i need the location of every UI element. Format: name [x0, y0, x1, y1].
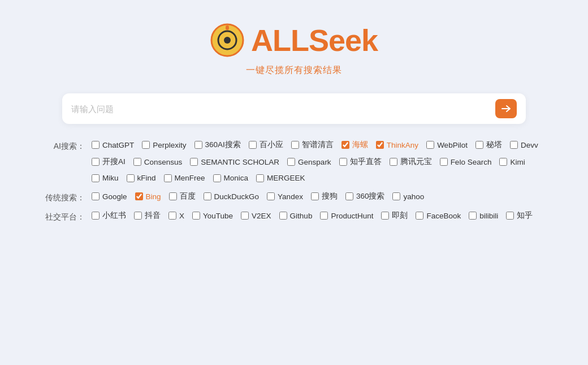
- cb-item-mergeek[interactable]: MERGEEK: [256, 174, 305, 182]
- checkbox-tencentyuanbao[interactable]: [390, 158, 397, 166]
- checkbox-perplexity[interactable]: [142, 141, 150, 149]
- checkbox-kimi[interactable]: [499, 158, 507, 166]
- cb-item-kfind[interactable]: kFind: [127, 174, 156, 182]
- cb-item-devv[interactable]: Devv: [510, 140, 538, 150]
- cb-item-monica[interactable]: Monica: [213, 174, 249, 182]
- search-input[interactable]: [71, 104, 495, 114]
- checkbox-google[interactable]: [92, 192, 100, 200]
- search-button[interactable]: [495, 99, 517, 118]
- checkbox-duckduckgo[interactable]: [204, 192, 211, 200]
- checkbox-felo[interactable]: [440, 158, 448, 166]
- cb-item-thinkany[interactable]: ThinkAny: [376, 140, 418, 150]
- checkbox-360search[interactable]: [345, 192, 353, 200]
- checkbox-webpilot[interactable]: [426, 141, 434, 149]
- cb-item-yandex[interactable]: Yandex: [267, 191, 303, 201]
- checkbox-monica[interactable]: [213, 174, 221, 182]
- cb-item-felo[interactable]: Felo Search: [440, 157, 492, 167]
- cb-item-kaisou[interactable]: 开搜AI: [92, 157, 126, 167]
- checkbox-chatgpt[interactable]: [92, 141, 100, 149]
- cb-item-perplexity[interactable]: Perplexity: [142, 140, 186, 150]
- checkbox-baixiaoying[interactable]: [249, 141, 257, 149]
- checkbox-miku[interactable]: [92, 174, 100, 182]
- cb-item-baidu[interactable]: 百度: [169, 191, 196, 201]
- checkbox-label-zhihudirect: 知乎直答: [350, 157, 382, 167]
- cb-item-bilibili[interactable]: bilibili: [469, 211, 498, 221]
- checkbox-youtube[interactable]: [192, 212, 200, 220]
- checkbox-github[interactable]: [279, 212, 287, 220]
- checkbox-xiaohongshu[interactable]: [92, 212, 100, 220]
- cb-item-semantic[interactable]: SEMANTIC SCHOLAR: [190, 157, 279, 167]
- cb-item-x[interactable]: X: [168, 211, 184, 221]
- checkbox-v2ex[interactable]: [241, 212, 249, 220]
- checkbox-yahoo[interactable]: [392, 192, 400, 200]
- checkbox-label-mergeek: MERGEEK: [267, 174, 305, 182]
- checkbox-label-sougou: 搜狗: [322, 191, 338, 201]
- checkbox-label-perplexity: Perplexity: [153, 141, 186, 149]
- checkbox-bing[interactable]: [135, 192, 143, 200]
- cb-item-github[interactable]: Github: [279, 211, 313, 221]
- cb-item-chatgpt[interactable]: ChatGPT: [92, 140, 134, 150]
- cb-item-menfree[interactable]: MenFree: [164, 174, 205, 182]
- checkbox-label-xiaohongshu: 小红书: [102, 211, 126, 221]
- checkbox-label-github: Github: [290, 212, 313, 220]
- checkbox-sougou[interactable]: [311, 192, 319, 200]
- checkbox-yandex[interactable]: [267, 192, 275, 200]
- cb-item-duckduckgo[interactable]: DuckDuckGo: [204, 191, 260, 201]
- checkbox-kaisou[interactable]: [92, 158, 100, 166]
- cb-item-360search[interactable]: 360搜索: [345, 191, 385, 201]
- cb-item-producthunt[interactable]: ProductHunt: [320, 211, 373, 221]
- checkbox-mergeek[interactable]: [256, 174, 264, 182]
- cb-item-google[interactable]: Google: [92, 191, 127, 201]
- cb-item-baixiaoying[interactable]: 百小应: [249, 140, 283, 150]
- checkbox-jike[interactable]: [381, 212, 389, 220]
- checkbox-label-devv: Devv: [521, 141, 538, 149]
- cb-item-youtube[interactable]: YouTube: [192, 211, 233, 221]
- checkbox-douyin[interactable]: [134, 212, 142, 220]
- cb-item-webpilot[interactable]: WebPilot: [426, 140, 468, 150]
- cb-item-zhihu[interactable]: 知乎: [506, 211, 533, 221]
- cb-item-miku[interactable]: Miku: [92, 174, 119, 182]
- checkbox-thinkany[interactable]: [376, 141, 384, 149]
- options-area: AI搜索：ChatGPTPerplexity360AI搜索百小应智谱清言海螺Th…: [40, 140, 548, 230]
- checkbox-menfree[interactable]: [164, 174, 172, 182]
- checkbox-label-bing: Bing: [146, 192, 161, 201]
- cb-item-kimi[interactable]: Kimi: [499, 157, 525, 167]
- cb-item-consensus[interactable]: Consensus: [133, 157, 183, 167]
- subtitle: 一键尽揽所有搜索结果: [246, 65, 342, 76]
- checkbox-semantic[interactable]: [190, 158, 198, 166]
- section-label-traditional: 传统搜索：: [40, 191, 85, 203]
- checkbox-360ai[interactable]: [194, 141, 202, 149]
- checkbox-x[interactable]: [168, 212, 176, 220]
- cb-item-zhihudirect[interactable]: 知乎直答: [339, 157, 382, 167]
- cb-item-genspark[interactable]: Genspark: [287, 157, 331, 167]
- checkbox-mita[interactable]: [475, 141, 483, 149]
- cb-item-tencentyuanbao[interactable]: 腾讯元宝: [390, 157, 432, 167]
- cb-item-mita[interactable]: 秘塔: [475, 140, 502, 150]
- section-ai: AI搜索：ChatGPTPerplexity360AI搜索百小应智谱清言海螺Th…: [40, 140, 548, 186]
- checkbox-facebook[interactable]: [416, 212, 423, 220]
- checkbox-genspark[interactable]: [287, 158, 295, 166]
- checkbox-zhihuqingyan[interactable]: [291, 141, 299, 149]
- cb-item-yahoo[interactable]: yahoo: [392, 191, 424, 201]
- cb-item-douyin[interactable]: 抖音: [134, 211, 161, 221]
- checkbox-zhihu[interactable]: [506, 212, 514, 220]
- cb-item-bing[interactable]: Bing: [135, 191, 161, 201]
- checkbox-consensus[interactable]: [133, 158, 141, 166]
- cb-item-xiaohongshu[interactable]: 小红书: [92, 211, 126, 221]
- checkbox-kfind[interactable]: [127, 174, 135, 182]
- checkbox-zhihudirect[interactable]: [339, 158, 347, 166]
- cb-item-v2ex[interactable]: V2EX: [241, 211, 271, 221]
- checkbox-label-baidu: 百度: [180, 191, 196, 201]
- cb-item-facebook[interactable]: FaceBook: [416, 211, 461, 221]
- checkbox-bilibili[interactable]: [469, 212, 477, 220]
- cb-item-360ai[interactable]: 360AI搜索: [194, 140, 241, 150]
- checkbox-producthunt[interactable]: [320, 212, 328, 220]
- checkbox-baidu[interactable]: [169, 192, 177, 200]
- cb-item-jike[interactable]: 即刻: [381, 211, 408, 221]
- checkbox-devv[interactable]: [510, 141, 518, 149]
- checkbox-hailian[interactable]: [341, 141, 349, 149]
- checkbox-label-kaisou: 开搜AI: [102, 157, 126, 167]
- cb-item-sougou[interactable]: 搜狗: [311, 191, 338, 201]
- cb-item-hailian[interactable]: 海螺: [341, 140, 368, 150]
- cb-item-zhihuqingyan[interactable]: 智谱清言: [291, 140, 334, 150]
